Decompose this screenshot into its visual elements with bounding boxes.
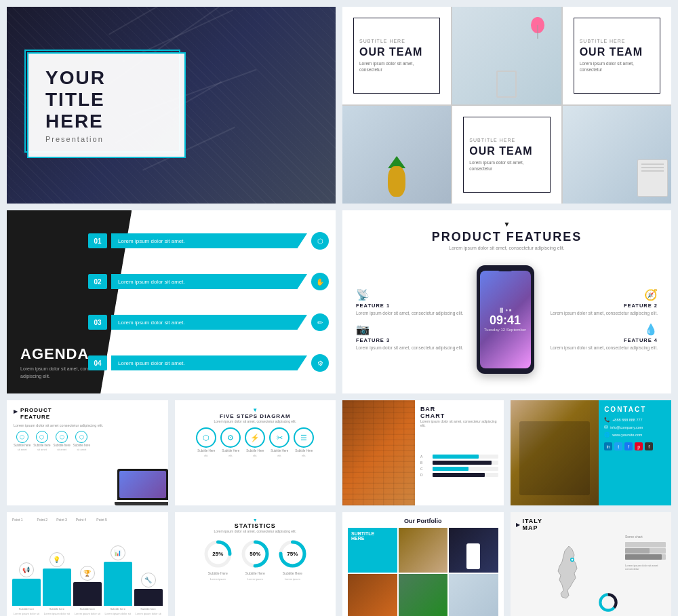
laptop-body: [117, 469, 168, 500]
stat-title: STATISTICS: [235, 522, 276, 529]
feature-icon-1: 📡: [356, 288, 473, 301]
phone-mockup-container: ▐▌ ● ■ 09:41 Tuesday 12 September: [477, 265, 538, 374]
phone-screen: ▐▌ ● ■ 09:41 Tuesday 12 September: [480, 271, 531, 368]
stat-donut-1: 25%: [203, 539, 233, 569]
process-step-5: 🔧 Subtitle here Lorem ipsum dolor sit am…: [134, 573, 163, 616]
team-title-5: OUR TEAM: [469, 145, 544, 157]
email-icon: ✉: [604, 425, 608, 430]
pf-mini-desc: Lorem ipsum dolor sit amet consectetur a…: [14, 423, 161, 427]
slide-bar-chart: BARCHART Lorem ipsum dolor sit amet, con…: [342, 400, 504, 505]
bc-bar-row-1: A: [420, 455, 498, 459]
italy-arrow-icon: ▶: [516, 522, 520, 528]
italy-donut-svg: [598, 592, 618, 613]
agenda-icon-3: ✏: [311, 313, 329, 331]
pf-arrow-icon: ▼: [356, 220, 658, 228]
team-desc-1: Lorem ipsum dolor sit amet, consectetur: [359, 60, 434, 73]
twitter-icon: t: [614, 442, 622, 450]
port-img-misc: [449, 574, 498, 616]
slide-five-steps: ▼ FIVE STEPS DIAGRAM Lorem ipsum dolor s…: [175, 400, 336, 505]
feature-item-3: 📷 FEATURE 3 Lorem ipsum dolor sit amet, …: [356, 323, 473, 351]
process-bar-1: [12, 579, 41, 606]
team-card-5: SUBTITLE HERE OUR TEAM Lorem ipsum dolor…: [452, 106, 561, 204]
team-title-3: OUR TEAM: [580, 46, 654, 58]
feature-label-2: FEATURE 2: [624, 303, 658, 309]
notebook-decoration: [637, 159, 668, 197]
pf-mini-circle-3: ⬡: [56, 431, 68, 443]
process-steps: 📢 Subtitle here Lorem ipsum dolor sit am…: [12, 525, 163, 616]
row4: Point 1 Point 2 Point 3 Point 4 Point 5 …: [7, 512, 671, 616]
slide-portfolio: Our Portfolio SUBTITLEHERE: [342, 512, 504, 616]
port-img-books: [348, 574, 397, 616]
linkedin-icon: in: [604, 442, 612, 450]
team-title-1: OUR TEAM: [359, 46, 434, 58]
phone-icon: 📞: [604, 417, 610, 423]
italy-bar-2: [625, 548, 666, 554]
stat-arrow-icon: ▼: [253, 518, 258, 522]
process-bar-2: [43, 569, 71, 606]
team-subtitle-1: SUBTITLE HERE: [359, 39, 434, 43]
pf-mini-icon-2: ⬡ Subtitle here sit amet: [33, 431, 50, 451]
facebook-icon: f: [624, 442, 633, 450]
italy-map-svg: [549, 543, 589, 611]
agenda-bar-3: Lorem ipsum dolor sit amet.: [111, 315, 307, 330]
italy-map-area: [516, 535, 622, 616]
italy-bar-1: [625, 542, 666, 547]
agenda-item-4: 04 Lorem ipsum dolor sit amet. ⚙: [88, 354, 329, 372]
agenda-items: 01 Lorem ipsum dolor sit amet. ⬡ 02 Lore…: [88, 217, 329, 387]
five-steps-title: FIVE STEPS DIAGRAM: [220, 413, 291, 419]
italy-header: ▶ ITALYMAP: [516, 518, 666, 531]
step-circle-4: ✂: [269, 427, 290, 448]
process-step-icon-4: 📊: [111, 545, 125, 560]
slide-statistics: ▼ STATISTICS Lorem ipsum dolor sit amet,…: [175, 512, 336, 616]
contact-title: CONTACT: [604, 406, 666, 413]
slide-product-feature-mini: ▶ PRODUCTFEATURE Lorem ipsum dolor sit a…: [7, 400, 168, 505]
laptop-base: [115, 502, 168, 505]
process-points-row: Point 1 Point 2 Point 3 Point 4 Point 5: [12, 518, 163, 522]
stat-circle-2: 50% Subtitle Here Lorem ipsum: [240, 539, 271, 581]
stat-donut-label-2: 50%: [240, 539, 271, 569]
bc-bar-row-2: B: [420, 461, 498, 465]
stat-subtitle: Lorem ipsum dolor sit amet, consectetur …: [214, 529, 296, 533]
stat-circles: 25% Subtitle Here Lorem ipsum 50% Subtit…: [203, 539, 308, 581]
pf-mini-circle-4: ⬡: [75, 431, 87, 443]
bc-bar-fill-2: [433, 461, 492, 465]
agenda-icon-1: ⬡: [311, 232, 329, 250]
pf-mini-header: ▶ PRODUCTFEATURE: [14, 407, 161, 420]
step-circle-3: ⚡: [245, 427, 265, 448]
feature-item-4: 💧 FEATURE 4 Lorem ipsum dolor sit amet, …: [541, 323, 658, 351]
slide-process: Point 1 Point 2 Point 3 Point 4 Point 5 …: [7, 512, 168, 616]
stat-donut-label-1: 25%: [203, 539, 233, 569]
italy-content: Some chart Lorem ipsum dolor sit amet co…: [516, 535, 666, 616]
team-subtitle-3: SUBTITLE HERE: [580, 39, 654, 43]
bc-photo: [342, 400, 415, 505]
step-circle-1: ⬡: [196, 427, 216, 448]
team-desc-5: Lorem ipsum dolor sit amet, consectetur: [469, 159, 544, 172]
main-title: YOUR TITLE HERE: [45, 67, 167, 132]
agenda-icon-4: ⚙: [311, 354, 329, 372]
laptop-container: [114, 468, 168, 505]
process-step-2: 💡 Subtitle here Lorem ipsum dolor sit am…: [43, 552, 71, 616]
pf-mini-icon-1: ⬡ Subtitle here sit amet: [14, 431, 31, 451]
pf-mini-icon-4: ⬡ Subtitle here sit amet: [73, 431, 90, 451]
bc-subtitle: Lorem ipsum dolor sit amet, consectetur …: [420, 419, 498, 427]
process-step-icon-1: 📢: [19, 562, 34, 577]
phone-time: 09:41: [490, 313, 521, 328]
feature-icon-2: 🧭: [644, 288, 658, 301]
port-teal-text: SUBTITLEHERE: [351, 531, 394, 541]
pf-title: PRODUCT FEATURES: [356, 230, 658, 244]
portfolio-grid: SUBTITLEHERE: [348, 528, 498, 616]
agenda-item-3: 03 Lorem ipsum dolor sit amet. ✏: [88, 313, 329, 331]
italy-legend: Lorem ipsum dolor sit amet consectetur: [625, 564, 666, 571]
process-step-icon-2: 💡: [49, 552, 64, 567]
feature-label-3: FEATURE 3: [356, 337, 473, 343]
phone-status: ▐▌ ● ■: [498, 308, 511, 312]
pf-content: 📡 FEATURE 1 Lorem ipsum dolor sit amet, …: [356, 256, 658, 383]
balloon-decoration: [531, 17, 544, 33]
portfolio-title: Our Portfolio: [348, 518, 498, 524]
agenda-bar-4: Lorem ipsum dolor sit amet.: [111, 355, 307, 370]
step-circle-5: ☰: [294, 427, 314, 448]
row3: ▶ PRODUCTFEATURE Lorem ipsum dolor sit a…: [7, 400, 671, 505]
pineapple-decoration: [383, 156, 410, 204]
stat-donut-3: 75%: [277, 539, 308, 569]
five-steps-arrow-icon: ▼: [252, 407, 258, 413]
